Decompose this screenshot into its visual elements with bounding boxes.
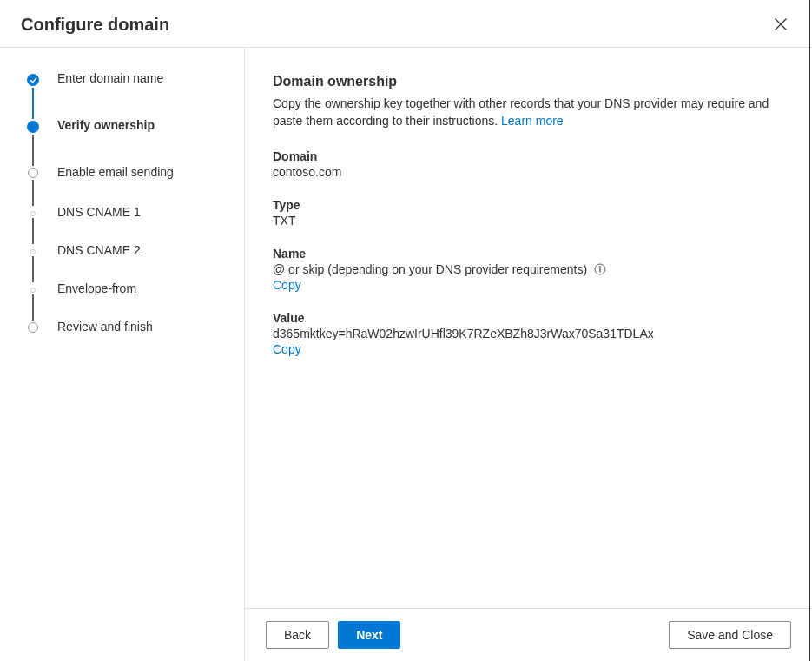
dialog-footer: Back Next Save and Close: [245, 608, 812, 661]
step-label: Enter domain name: [57, 71, 163, 85]
step-label: Verify ownership: [57, 118, 155, 132]
pending-step-icon: [28, 168, 38, 178]
field-label: Type: [273, 198, 786, 212]
sub-step-icon: [30, 211, 36, 216]
right-edge-border: [809, 0, 810, 661]
pending-step-icon: [28, 322, 38, 333]
content-wrapper: Enter domain name Verify ownership Enabl…: [0, 48, 812, 661]
wizard-steps-sidebar: Enter domain name Verify ownership Enabl…: [0, 48, 245, 661]
step-envelope-from[interactable]: Envelope-from: [26, 284, 230, 322]
field-label: Value: [273, 311, 786, 325]
svg-point-1: [599, 266, 601, 268]
step-dns-cname-1[interactable]: DNS CNAME 1: [26, 208, 230, 246]
step-label: Review and finish: [57, 320, 153, 334]
field-domain: Domain contoso.com: [273, 149, 786, 179]
field-value: @ or skip (depending on your DNS provide…: [273, 262, 587, 276]
field-label: Name: [273, 247, 786, 261]
section-description: Copy the ownership key together with oth…: [273, 95, 776, 130]
dialog-title: Configure domain: [21, 15, 169, 35]
field-type: Type TXT: [273, 198, 786, 228]
copy-value-link[interactable]: Copy: [273, 342, 786, 356]
learn-more-link[interactable]: Learn more: [501, 114, 564, 128]
field-value: TXT: [273, 214, 295, 228]
dialog-header: Configure domain: [0, 0, 812, 48]
close-icon: [774, 17, 788, 31]
close-button[interactable]: [770, 14, 791, 35]
step-review[interactable]: Review and finish: [26, 322, 230, 334]
back-button[interactable]: Back: [266, 621, 329, 649]
field-name: Name @ or skip (depending on your DNS pr…: [273, 247, 786, 292]
copy-name-link[interactable]: Copy: [273, 278, 786, 292]
step-label: DNS CNAME 2: [57, 243, 141, 257]
step-label: Envelope-from: [57, 281, 136, 295]
section-title: Domain ownership: [273, 74, 786, 89]
main-body: Domain ownership Copy the ownership key …: [245, 48, 812, 608]
sub-step-icon: [30, 288, 36, 293]
step-enter-domain[interactable]: Enter domain name: [26, 74, 230, 121]
step-enable-email[interactable]: Enable email sending: [26, 168, 230, 208]
footer-left-buttons: Back Next: [266, 621, 400, 649]
save-and-close-button[interactable]: Save and Close: [669, 621, 791, 649]
step-dns-cname-2[interactable]: DNS CNAME 2: [26, 246, 230, 284]
next-button[interactable]: Next: [338, 621, 400, 649]
svg-rect-2: [599, 268, 600, 273]
step-verify-ownership[interactable]: Verify ownership: [26, 121, 230, 168]
sub-step-icon: [30, 249, 36, 254]
step-label: DNS CNAME 1: [57, 205, 141, 219]
field-value-group: Value d365mktkey=hRaW02hzwIrUHfl39K7RZeX…: [273, 311, 786, 356]
info-icon[interactable]: [594, 263, 606, 275]
field-value: contoso.com: [273, 165, 341, 179]
step-label: Enable email sending: [57, 165, 174, 179]
main-content: Domain ownership Copy the ownership key …: [245, 48, 812, 661]
field-label: Domain: [273, 149, 786, 163]
checkmark-icon: [27, 74, 39, 86]
field-value: d365mktkey=hRaW02hzwIrUHfl39K7RZeXBZh8J3…: [273, 327, 654, 340]
active-step-icon: [27, 121, 39, 133]
